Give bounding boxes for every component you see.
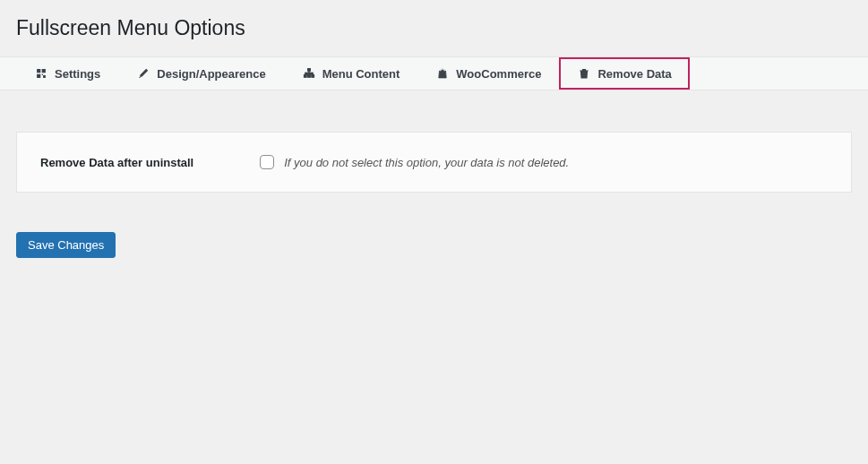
svg-rect-3 [311, 74, 314, 77]
save-button[interactable]: Save Changes [16, 232, 116, 258]
remove-data-hint: If you do not select this option, your d… [284, 156, 569, 169]
tab-settings[interactable]: Settings [16, 57, 118, 90]
remove-data-label: Remove Data after uninstall [40, 156, 193, 169]
tab-label: Settings [55, 67, 100, 81]
sitemap-icon [302, 66, 316, 81]
svg-rect-2 [307, 74, 310, 77]
tab-label: Design/Appearence [157, 67, 265, 81]
tab-bar: Settings Design/Appearence Menu Content … [0, 56, 868, 90]
tab-menu-content[interactable]: Menu Content [284, 57, 418, 90]
page-title: Fullscreen Menu Options [16, 16, 852, 40]
tab-woocommerce[interactable]: WooCommerce [417, 57, 559, 90]
tab-design[interactable]: Design/Appearence [118, 57, 283, 90]
remove-data-checkbox[interactable] [260, 155, 274, 169]
tab-label: WooCommerce [456, 67, 541, 81]
settings-icon [34, 66, 48, 81]
remove-data-section: Remove Data after uninstall If you do no… [16, 132, 852, 193]
trash-icon [577, 66, 591, 81]
tab-remove-data[interactable]: Remove Data [559, 57, 689, 90]
svg-rect-0 [307, 68, 310, 71]
brush-icon [136, 66, 150, 81]
tab-label: Remove Data [597, 67, 671, 81]
svg-rect-1 [304, 74, 306, 77]
bag-icon [435, 66, 450, 81]
tab-label: Menu Content [322, 67, 400, 81]
